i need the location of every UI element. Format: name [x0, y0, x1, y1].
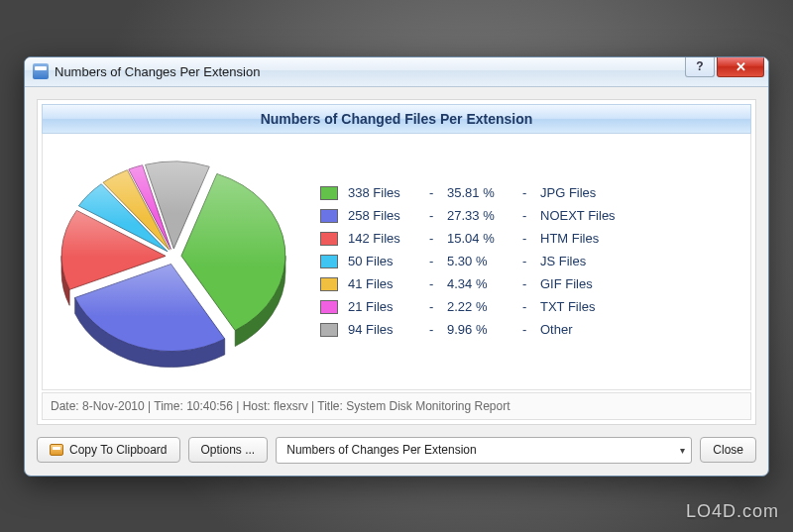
legend-swatch — [320, 277, 338, 291]
legend-sep: - — [522, 231, 530, 246]
legend-row: 50 Files-5.30 %-JS Files — [320, 250, 738, 272]
legend-value: 41 Files — [348, 276, 419, 291]
legend-sep: - — [522, 299, 530, 314]
legend-percent: 2.22 % — [447, 299, 512, 314]
titlebar[interactable]: Numbers of Changes Per Extension ? ✕ — [25, 57, 768, 87]
copy-button-label: Copy To Clipboard — [69, 443, 168, 457]
legend-sep: - — [429, 276, 437, 291]
clipboard-icon — [50, 444, 63, 456]
legend-sep: - — [429, 208, 437, 223]
status-bar: Date: 8-Nov-2010 | Time: 10:40:56 | Host… — [42, 392, 751, 420]
legend-swatch — [320, 209, 338, 223]
legend-percent: 15.04 % — [447, 231, 512, 246]
panel-header: Numbers of Changed Files Per Extension — [42, 104, 751, 134]
title-buttons: ? ✕ — [683, 57, 768, 86]
legend-percent: 35.81 % — [447, 185, 512, 200]
window-close-button[interactable]: ✕ — [717, 57, 764, 77]
legend-sep: - — [522, 276, 530, 291]
legend-percent: 27.33 % — [447, 208, 512, 223]
legend-label: JS Files — [540, 254, 586, 268]
legend-label: HTM Files — [540, 231, 599, 246]
legend: 338 Files-35.81 %-JPG Files258 Files-27.… — [320, 181, 738, 341]
copy-to-clipboard-button[interactable]: Copy To Clipboard — [37, 437, 180, 463]
help-icon: ? — [696, 59, 703, 73]
help-button[interactable]: ? — [685, 57, 715, 77]
combo-selected-label: Numbers of Changes Per Extension — [286, 443, 476, 457]
legend-value: 50 Files — [348, 254, 419, 268]
watermark: LO4D.com — [686, 501, 779, 522]
legend-label: Other — [540, 322, 573, 337]
legend-sep: - — [429, 299, 437, 314]
legend-sep: - — [522, 254, 530, 268]
legend-row: 94 Files-9.96 %-Other — [320, 318, 738, 341]
legend-row: 142 Files-15.04 %-HTM Files — [320, 227, 738, 250]
legend-sep: - — [429, 254, 437, 268]
legend-row: 338 Files-35.81 %-JPG Files — [320, 181, 738, 204]
legend-row: 41 Files-4.34 %-GIF Files — [320, 272, 738, 295]
legend-row: 258 Files-27.33 %-NOEXT Files — [320, 204, 738, 227]
legend-percent: 9.96 % — [447, 322, 512, 337]
legend-swatch — [320, 300, 338, 314]
legend-swatch — [320, 323, 338, 337]
legend-percent: 5.30 % — [447, 254, 512, 268]
legend-swatch — [320, 186, 338, 200]
legend-value: 338 Files — [348, 185, 419, 200]
legend-swatch — [320, 255, 338, 268]
legend-swatch — [320, 232, 338, 246]
legend-row: 21 Files-2.22 %-TXT Files — [320, 295, 738, 318]
legend-sep: - — [429, 185, 437, 200]
legend-label: GIF Files — [540, 276, 593, 291]
legend-percent: 4.34 % — [447, 276, 512, 291]
legend-sep: - — [522, 322, 530, 337]
legend-label: NOEXT Files — [540, 208, 616, 223]
window-title: Numbers of Changes Per Extension — [55, 64, 683, 79]
close-icon: ✕ — [736, 59, 746, 74]
app-icon — [33, 63, 49, 79]
legend-sep: - — [522, 185, 530, 200]
legend-sep: - — [522, 208, 530, 223]
legend-value: 142 Files — [348, 231, 419, 246]
legend-sep: - — [429, 231, 437, 246]
pie-chart — [55, 150, 292, 373]
chart-type-combo[interactable]: Numbers of Changes Per Extension ▾ — [276, 437, 692, 464]
options-button-label: Options ... — [201, 443, 256, 457]
close-button[interactable]: Close — [700, 437, 756, 463]
legend-value: 94 Files — [348, 322, 419, 337]
legend-label: TXT Files — [540, 299, 595, 314]
legend-value: 21 Files — [348, 299, 419, 314]
chart-area: 338 Files-35.81 %-JPG Files258 Files-27.… — [42, 134, 751, 390]
legend-value: 258 Files — [348, 208, 419, 223]
client-area: Numbers of Changed Files Per Extension 3… — [25, 87, 768, 476]
legend-label: JPG Files — [540, 185, 596, 200]
chart-panel: Numbers of Changed Files Per Extension 3… — [37, 99, 756, 425]
chevron-down-icon: ▾ — [680, 445, 685, 456]
close-button-label: Close — [713, 443, 743, 457]
legend-sep: - — [429, 322, 437, 337]
options-button[interactable]: Options ... — [188, 437, 269, 463]
dialog-window: Numbers of Changes Per Extension ? ✕ Num… — [24, 56, 769, 477]
footer: Copy To Clipboard Options ... Numbers of… — [37, 437, 756, 464]
